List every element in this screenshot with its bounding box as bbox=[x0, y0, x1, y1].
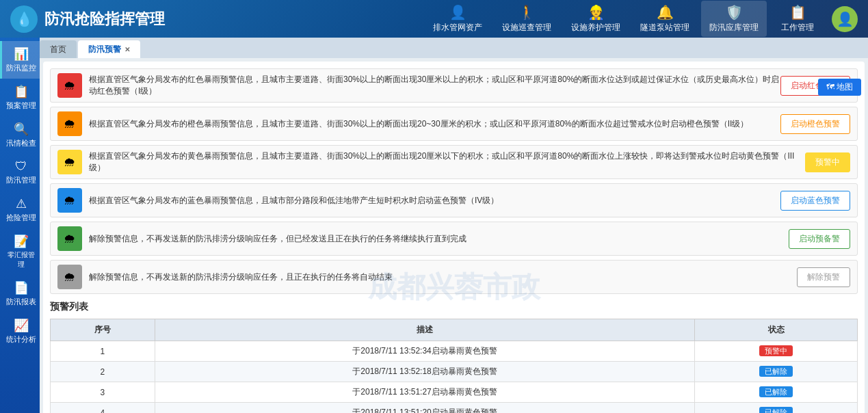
sidebar-item-zero-report[interactable]: 📝 零汇报管理 bbox=[0, 228, 40, 275]
header-nav: 👤 排水管网资产 🚶 设施巡查管理 👷 设施养护管理 🔔 隧道泵站管理 🛡️ 防… bbox=[425, 1, 858, 37]
flood-manage-icon: 🛡 bbox=[15, 159, 27, 174]
warning-text-red: 根据直管区气象分局发布的红色暴雨预警信息，且城市主要道路、街面30%以上的断面出… bbox=[89, 74, 780, 97]
warning-rows: 🌧 根据直管区气象分局发布的红色暴雨预警信息，且城市主要道路、街面30%以上的断… bbox=[50, 68, 858, 294]
rescue-icon: ⚠ bbox=[16, 196, 27, 211]
facility-maintenance-icon: 👷 bbox=[588, 4, 605, 21]
tab-home[interactable]: 首页 bbox=[40, 40, 77, 58]
table-row: 3于2018/7/11 13:51:27启动暴雨黄色预警已解除 bbox=[51, 382, 858, 403]
sidebar-item-rescue[interactable]: ⚠ 抢险管理 bbox=[0, 191, 40, 228]
warning-text-green: 解除预警信息，不再发送新的防汛排涝分级响应任务，但已经发送且正在执行的任务将继续… bbox=[89, 233, 789, 245]
user-avatar[interactable]: 👤 bbox=[832, 6, 858, 32]
warning-icon-blue: 🌧 bbox=[57, 188, 82, 213]
warning-active-button[interactable]: 预警中 bbox=[805, 152, 850, 172]
flood-mgmt-icon: 🛡️ bbox=[726, 4, 743, 21]
warning-icon-orange: 🌧 bbox=[57, 111, 82, 136]
facility-inspection-icon: 🚶 bbox=[518, 4, 536, 21]
warning-row-blue: 🌧 根据直管区气象分局发布的蓝色暴雨预警信息，且城市部分路段和低洼地带产生短时积… bbox=[50, 183, 858, 217]
main-content: 首页 防汛预警 ✕ 🗺 地图 成都兴蓉市政 🌧 根据直管区气象分局发布的红色暴雨… bbox=[40, 38, 868, 413]
cell-id: 3 bbox=[51, 382, 155, 403]
warning-text-blue: 根据直管区气象分局发布的蓝色暴雨预警信息，且城市部分路段和低洼地带产生短时积水时… bbox=[89, 195, 780, 206]
nav-drainage-assets[interactable]: 👤 排水管网资产 bbox=[425, 1, 490, 37]
cancel-warning-button[interactable]: 解除预警 bbox=[797, 267, 850, 287]
plan-mgmt-icon: 📋 bbox=[14, 84, 29, 99]
flood-monitor-icon: 📊 bbox=[14, 46, 29, 62]
nav-flood-mgmt[interactable]: 🛡️ 防汛应库管理 bbox=[701, 1, 767, 37]
warning-row-orange: 🌧 根据直管区气象分局发布的橙色暴雨预警信息，且城市主要道路、街面30%以上的断… bbox=[50, 107, 858, 141]
sidebar-item-plan-mgmt[interactable]: 📋 预案管理 bbox=[0, 79, 40, 116]
nav-facility-inspection[interactable]: 🚶 设施巡查管理 bbox=[494, 1, 560, 37]
cell-status: 已解除 bbox=[695, 382, 858, 403]
header: 💧 防汛抢险指挥管理 👤 排水管网资产 🚶 设施巡查管理 👷 设施养护管理 🔔 … bbox=[0, 0, 868, 38]
tab-bar: 首页 防汛预警 ✕ bbox=[40, 38, 868, 58]
status-badge: 预警中 bbox=[759, 345, 793, 356]
flood-report-icon: 📄 bbox=[14, 280, 29, 295]
cell-status: 已解除 bbox=[695, 403, 858, 414]
nav-work-mgmt[interactable]: 📋 工作管理 bbox=[770, 1, 825, 37]
start-orange-warning-button[interactable]: 启动橙色预警 bbox=[780, 114, 850, 134]
warning-text-orange: 根据直管区气象分局发布的橙色暴雨预警信息，且城市主要道路、街面30%以上的断面出… bbox=[89, 118, 780, 130]
warning-row-red: 🌧 根据直管区气象分局发布的红色暴雨预警信息，且城市主要道路、街面30%以上的断… bbox=[50, 68, 858, 103]
status-badge: 已解除 bbox=[759, 386, 793, 397]
cell-desc: 于2018/7/11 13:52:34启动暴雨黄色预警 bbox=[155, 341, 694, 362]
sidebar-item-flood-monitor[interactable]: 📊 防汛监控 bbox=[0, 41, 40, 79]
table-title: 预警列表 bbox=[50, 301, 858, 313]
warning-text-yellow: 根据直管区气象分局发布的黄色暴雨预警信息，且城市主要道路、街面30%以上的断面出… bbox=[89, 150, 805, 174]
cell-desc: 于2018/7/11 13:52:18启动暴雨黄色预警 bbox=[155, 362, 694, 382]
warning-row-yellow: 🌧 根据直管区气象分局发布的黄色暴雨预警信息，且城市主要道路、街面30%以上的断… bbox=[50, 145, 858, 179]
status-badge: 已解除 bbox=[759, 407, 793, 413]
flood-inspect-icon: 🔍 bbox=[14, 122, 29, 137]
tab-close-icon[interactable]: ✕ bbox=[124, 46, 130, 53]
warning-icon-green: 🌧 bbox=[57, 226, 82, 251]
cell-desc: 于2018/7/11 13:51:20启动暴雨黄色预警 bbox=[155, 403, 694, 414]
tab-flood-warning[interactable]: 防汛预警 ✕ bbox=[78, 40, 140, 58]
warning-icon-red: 🌧 bbox=[57, 73, 82, 98]
cell-id: 1 bbox=[51, 341, 155, 362]
statistics-icon: 📈 bbox=[14, 318, 29, 333]
nav-tunnel-pump[interactable]: 🔔 隧道泵站管理 bbox=[632, 1, 698, 37]
table-row: 4于2018/7/11 13:51:20启动暴雨黄色预警已解除 bbox=[51, 403, 858, 414]
zero-report-icon: 📝 bbox=[14, 234, 29, 249]
warning-row-green: 🌧 解除预警信息，不再发送新的防汛排涝分级响应任务，但已经发送且正在执行的任务将… bbox=[50, 222, 858, 256]
sidebar-item-flood-report[interactable]: 📄 防汛报表 bbox=[0, 275, 40, 312]
table-row: 2于2018/7/11 13:52:18启动暴雨黄色预警已解除 bbox=[51, 362, 858, 382]
warning-icon-yellow: 🌧 bbox=[57, 150, 82, 174]
tunnel-pump-icon: 🔔 bbox=[657, 4, 674, 21]
start-standby-button[interactable]: 启动预备警 bbox=[789, 229, 850, 249]
cell-id: 4 bbox=[51, 403, 155, 414]
warning-row-gray: 🌧 解除预警信息，不再发送新的防汛排涝分级响应任务，且正在执行的任务将自动结束 … bbox=[50, 260, 858, 294]
cell-status: 预警中 bbox=[695, 341, 858, 362]
work-mgmt-icon: 📋 bbox=[789, 4, 806, 21]
cell-status: 已解除 bbox=[695, 362, 858, 382]
warning-icon-gray: 🌧 bbox=[57, 265, 82, 289]
col-desc: 描述 bbox=[155, 319, 694, 341]
sidebar-item-statistics[interactable]: 📈 统计分析 bbox=[0, 312, 40, 350]
logo-icon: 💧 bbox=[10, 5, 38, 33]
drainage-assets-icon: 👤 bbox=[449, 4, 466, 21]
start-blue-warning-button[interactable]: 启动蓝色预警 bbox=[780, 191, 850, 211]
sidebar-item-flood-manage[interactable]: 🛡 防汛管理 bbox=[0, 154, 40, 191]
table-row: 1于2018/7/11 13:52:34启动暴雨黄色预警预警中 bbox=[51, 341, 858, 362]
warning-text-gray: 解除预警信息，不再发送新的防汛排涝分级响应任务，且正在执行的任务将自动结束 bbox=[89, 271, 797, 283]
warning-table: 序号 描述 状态 1于2018/7/11 13:52:34启动暴雨黄色预警预警中… bbox=[50, 319, 858, 413]
status-badge: 已解除 bbox=[759, 366, 793, 377]
sidebar-item-flood-inspect[interactable]: 🔍 汛情检查 bbox=[0, 116, 40, 154]
cell-id: 2 bbox=[51, 362, 155, 382]
content-area: 成都兴蓉市政 🌧 根据直管区气象分局发布的红色暴雨预警信息，且城市主要道路、街面… bbox=[43, 62, 865, 413]
map-button[interactable]: 🗺 地图 bbox=[818, 79, 861, 96]
app-title: 防汛抢险指挥管理 bbox=[44, 9, 425, 29]
col-status: 状态 bbox=[695, 319, 858, 341]
cell-desc: 于2018/7/11 13:51:27启动暴雨黄色预警 bbox=[155, 382, 694, 403]
nav-facility-maintenance[interactable]: 👷 设施养护管理 bbox=[563, 1, 629, 37]
sidebar: 📊 防汛监控 📋 预案管理 🔍 汛情检查 🛡 防汛管理 ⚠ 抢险管理 📝 零汇报… bbox=[0, 38, 40, 413]
col-id: 序号 bbox=[51, 319, 155, 341]
